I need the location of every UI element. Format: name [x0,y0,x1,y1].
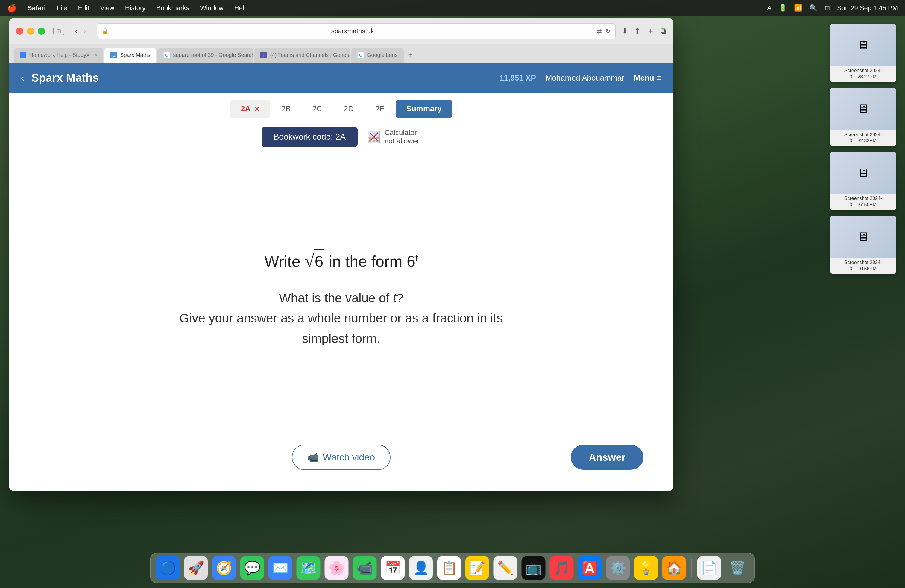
sparx-back-button[interactable]: ‹ [21,72,24,84]
dock-music[interactable]: 🎵 [550,556,574,580]
tab-label-homework: Homework Help - StudyX [29,52,90,58]
menubar-datetime: Sun 29 Sep 1:45 PM [837,4,898,12]
tab-google[interactable]: G square root of 39 - Google Search [157,48,253,63]
dock-messages[interactable]: 💬 [240,556,264,580]
menubar-safari[interactable]: Safari [27,4,46,12]
answer-label: Answer [589,451,626,463]
close-button[interactable] [16,27,23,35]
translate-icon[interactable]: ⇄ [597,27,602,35]
screenshot-4[interactable]: 🖥 Screenshot 2024-0....10.56PM [830,216,896,274]
dock-trash[interactable]: 🗑️ [726,556,749,580]
tab-homework[interactable]: H Homework Help - StudyX × [14,48,103,63]
dock-klokki[interactable]: 💡 [634,556,658,580]
tab-overview-icon[interactable]: ⧉ [660,26,666,36]
apple-menu[interactable]: 🍎 [7,3,17,13]
appletv-icon: 📺 [525,560,542,576]
screenshot-2-label: Screenshot 2024-0....32.32PM [830,130,896,146]
menubar: 🍎 Safari File Edit View History Bookmark… [0,0,905,16]
dock-freeform[interactable]: ✏️ [494,556,518,580]
dock-photos[interactable]: 🌸 [325,556,349,580]
answer-button[interactable]: Answer [571,445,643,470]
menubar-file[interactable]: File [57,4,67,12]
question-sub: What is the value of t? Give your answer… [179,288,503,348]
menubar-a-icon: A [767,4,772,12]
forward-button[interactable]: › [81,25,89,37]
downloads-icon[interactable]: ⬇ [622,26,628,36]
sparx-menu-button[interactable]: Menu ≡ [634,73,661,83]
bookwork-bar: Bookwork code: 2A [262,127,421,147]
tab-2d[interactable]: 2D [333,100,365,118]
dock-launchpad[interactable]: 🚀 [184,556,208,580]
dock-notes[interactable]: 📝 [465,556,489,580]
calendar-icon: 📅 [384,560,401,576]
new-tab-button[interactable]: + [405,49,416,60]
sidebar-toggle[interactable]: ⊞ [53,27,64,35]
dock-home[interactable]: 🏠 [662,556,686,580]
settings-icon: ⚙️ [610,560,626,576]
dock-finder[interactable]: 🔵 [156,556,180,580]
dock-contacts[interactable]: 👤 [409,556,433,580]
browser-content: ‹ Sparx Maths 11,951 XP Mohamed Abouamma… [9,63,673,491]
dock-script[interactable]: 📄 [697,556,721,580]
browser-window: ⊞ ‹ › 🔒 sparxmaths.uk ⇄ ↻ ⬇ ⬆ ＋ ⧉ H Home… [9,18,673,491]
calculator-indicator: Calculator not allowed [367,129,421,145]
menubar-battery-icon: 🔋 [779,4,787,12]
sparx-username: Mohamed Abouammar [546,73,624,83]
share-icon[interactable]: ⬆ [634,26,641,36]
tab-sparx[interactable]: S Sparx Maths [105,48,156,63]
dock-calendar[interactable]: 📅 [381,556,405,580]
url-bar[interactable]: 🔒 sparxmaths.uk ⇄ ↻ [97,23,616,39]
question-sub-var: t [393,291,397,305]
calculator-text: Calculator not allowed [384,129,421,145]
menubar-bookmarks[interactable]: Bookmarks [156,4,189,12]
question-middle: in the form [324,253,407,270]
menubar-edit[interactable]: Edit [78,4,89,12]
tab-2e[interactable]: 2E [365,100,395,118]
tab-2b[interactable]: 2B [270,100,302,118]
menubar-controlcenter-icon[interactable]: ⊞ [824,4,830,12]
dock: 🔵 🚀 🧭 💬 ✉️ 🗺️ 🌸 📹 📅 👤 📋 📝 ✏️ 📺 🎵 🅰️ [150,553,755,583]
dock-separator [692,559,692,577]
sqrt-expression: √6 [305,249,324,273]
question-line2: Give your answer as a whole number or as… [179,308,503,328]
watch-video-button[interactable]: 📹 Watch video [292,445,391,470]
back-button[interactable]: ‹ [72,25,80,37]
new-tab-icon[interactable]: ＋ [647,26,654,36]
tab-close-homework[interactable]: × [95,52,97,58]
tab-label-glens: Google Lens [367,52,397,58]
dock-mail[interactable]: ✉️ [268,556,292,580]
dock-appstore[interactable]: 🅰️ [578,556,602,580]
screenshot-1[interactable]: 🖥 Screenshot 2024-0....28.27PM [830,24,896,82]
dock-facetime[interactable]: 📹 [353,556,377,580]
dock-maps[interactable]: 🗺️ [297,556,321,580]
menubar-view[interactable]: View [100,4,114,12]
traffic-lights [16,27,45,35]
tab-2a[interactable]: 2A ✕ [230,100,270,118]
dock-settings[interactable]: ⚙️ [606,556,630,580]
dock-reminders[interactable]: 📋 [437,556,461,580]
reload-icon[interactable]: ↻ [605,27,611,35]
fullscreen-button[interactable] [38,27,45,35]
menubar-search-icon[interactable]: 🔍 [809,4,817,12]
screenshot-3[interactable]: 🖥 Screenshot 2024-0....37.50PM [830,152,896,210]
tab-2b-label: 2B [281,104,291,113]
minimize-button[interactable] [27,27,34,35]
safari-icon: 🧭 [216,560,232,576]
tab-2c[interactable]: 2C [302,100,333,118]
question-exponent: t [415,253,418,264]
freeform-icon: ✏️ [497,560,514,576]
dock-safari[interactable]: 🧭 [212,556,236,580]
menubar-history[interactable]: History [125,4,145,12]
dock-appletv[interactable]: 📺 [522,556,546,580]
tab-2a-label: 2A [241,104,250,113]
tab-glens[interactable]: G Google Lens [351,48,403,63]
tab-2e-label: 2E [375,104,385,113]
video-icon: 📹 [307,452,318,462]
screenshot-2[interactable]: 🖥 Screenshot 2024-0....32.32PM [830,88,896,146]
menubar-window[interactable]: Window [200,4,223,12]
tab-teams[interactable]: T (4) Teams and Channels | General |... [254,48,350,63]
tab-summary[interactable]: Summary [395,100,453,118]
tab-2a-x-icon: ✕ [254,105,259,113]
menubar-help[interactable]: Help [234,4,248,12]
svg-rect-4 [376,137,379,138]
